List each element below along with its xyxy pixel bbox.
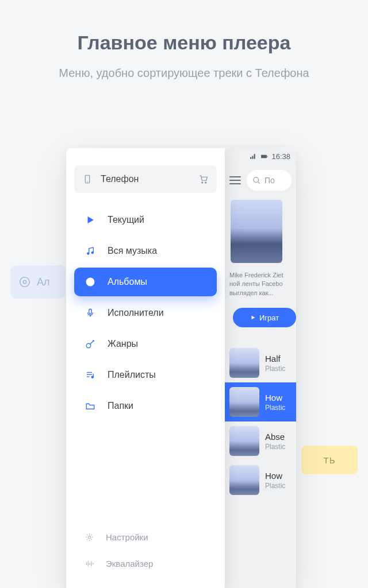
decor-left-text: Ал [37,276,50,288]
track-row[interactable]: Abse Plastic [225,421,296,461]
play-icon [85,215,95,225]
track-list: Half Plastic How Plastic Abse Plastic [225,343,296,500]
track-row[interactable]: Half Plastic [225,343,296,382]
cart-icon [198,174,209,184]
svg-point-23 [88,536,90,538]
menu-item-albums[interactable]: Альбомы [74,268,217,296]
status-bar: 16:38 [225,148,296,162]
menu-label: Текущий [108,215,144,225]
battery-icon [260,153,268,160]
mic-icon [85,308,95,318]
bg-header: По [225,162,296,196]
svg-point-11 [91,252,93,254]
track-row[interactable]: How Plastic [225,461,296,500]
signal-icon [250,153,257,160]
page-title: Главное меню плеера [0,32,368,54]
track-title: Abse [265,432,285,442]
track-thumb [229,348,259,378]
svg-point-4 [254,177,259,182]
equalizer-label: Эквалайзер [106,559,153,568]
phone-frame: 16:38 По Mike Frederick Ziet ной ленты F… [66,148,296,588]
menu-item-genres[interactable]: Жанры [74,330,217,358]
track-row[interactable]: How Plastic [225,382,296,421]
featured-card: Mike Frederick Ziet ной ленты Facebo выг… [229,200,296,327]
disc-icon [18,276,31,288]
decor-right-chip: ТЬ [301,446,358,474]
album-cover [231,200,282,263]
track-title: Half [265,354,285,363]
track-thumb [229,465,259,495]
track-thumb [229,426,259,456]
settings-label: Настройки [106,532,148,542]
menu-item-playlists[interactable]: Плейлисты [74,361,217,389]
drawer-menu: Текущий Вся музыка Альбомы Исполнители Ж… [74,206,217,420]
svg-point-0 [20,277,30,287]
play-button[interactable]: Играт [233,308,296,327]
menu-item-current[interactable]: Текущий [74,206,217,234]
disc-icon [85,277,95,287]
track-artist: Plastic [265,365,285,373]
drawer-source-label: Телефон [101,174,139,184]
menu-label: Вся музыка [108,246,157,256]
search-text: По [264,176,275,185]
svg-point-8 [202,182,203,183]
folder-icon [85,401,95,411]
drawer-source-selector[interactable]: Телефон [74,165,217,193]
status-time: 16:38 [271,152,290,161]
menu-label: Исполнители [108,308,164,318]
drawer-panel: Телефон Текущий Вся музыка Альбомы Испол… [66,148,225,588]
svg-point-1 [23,280,26,284]
decor-right-text: ТЬ [323,455,335,465]
menu-item-folders[interactable]: Папки [74,392,217,420]
menu-label: Жанры [108,339,138,349]
menu-label: Плейлисты [108,370,156,380]
menu-label: Папки [108,401,133,411]
svg-point-13 [89,281,92,284]
track-title: How [265,471,285,481]
search-icon [252,176,261,185]
phone-background: 16:38 По Mike Frederick Ziet ной ленты F… [225,148,296,588]
svg-point-9 [205,182,206,183]
play-label: Играт [259,314,279,322]
equalizer-icon [85,559,94,568]
gear-icon [85,532,94,542]
svg-rect-3 [267,156,268,157]
track-thumb [229,387,259,417]
menu-item-artists[interactable]: Исполнители [74,299,217,327]
drawer-bottom: Настройки Эквалайзер [74,524,217,588]
svg-line-17 [90,341,94,345]
menu-item-all-music[interactable]: Вся музыка [74,237,217,265]
menu-label: Альбомы [108,277,147,287]
featured-caption: Mike Frederick Ziet ной ленты Facebo выг… [229,271,296,297]
music-note-icon [85,246,95,256]
svg-point-10 [87,253,89,254]
track-artist: Plastic [265,482,285,490]
menu-item-equalizer[interactable]: Эквалайзер [74,550,217,577]
playlist-icon [85,370,95,380]
svg-rect-14 [89,309,92,314]
decor-left-pill: Ал [10,265,66,299]
hamburger-icon[interactable] [229,174,241,187]
page-subtitle: Меню, удобно сортирующее треки с Телефон… [0,67,368,80]
svg-line-5 [258,181,259,183]
guitar-icon [85,339,95,349]
menu-item-settings[interactable]: Настройки [74,524,217,550]
play-icon [250,315,256,320]
search-field[interactable]: По [247,170,292,191]
phone-icon [82,174,93,184]
svg-rect-2 [262,154,267,157]
track-title: How [265,393,285,403]
track-artist: Plastic [265,443,285,451]
track-artist: Plastic [265,404,285,412]
